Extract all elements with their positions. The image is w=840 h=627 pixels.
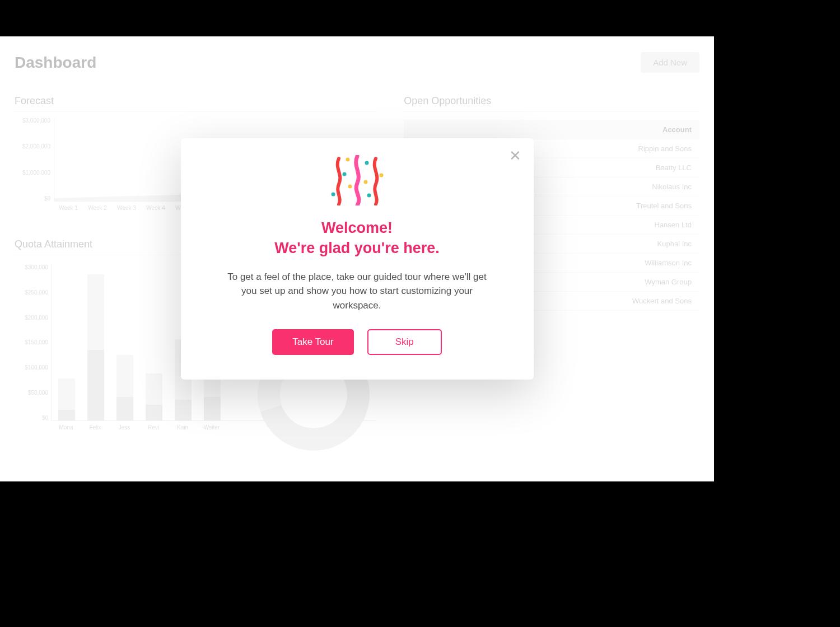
confetti-icon [326,155,388,205]
modal-body: To get a feel of the place, take our gui… [219,270,496,313]
svg-point-7 [379,173,383,177]
modal-title: Welcome! We're glad you're here. [208,218,507,259]
svg-point-1 [365,161,368,165]
take-tour-button[interactable]: Take Tour [272,329,353,355]
welcome-modal: ✕ Welcome! We're glad you're here. To ge… [181,138,534,380]
svg-point-3 [348,184,352,188]
svg-point-5 [367,193,371,197]
close-icon[interactable]: ✕ [509,148,521,163]
svg-point-4 [363,180,367,184]
svg-point-6 [331,192,335,196]
svg-point-2 [342,172,346,176]
skip-button[interactable]: Skip [367,329,442,355]
svg-point-0 [346,157,349,161]
modal-overlay: ✕ Welcome! We're glad you're here. To ge… [0,36,714,481]
